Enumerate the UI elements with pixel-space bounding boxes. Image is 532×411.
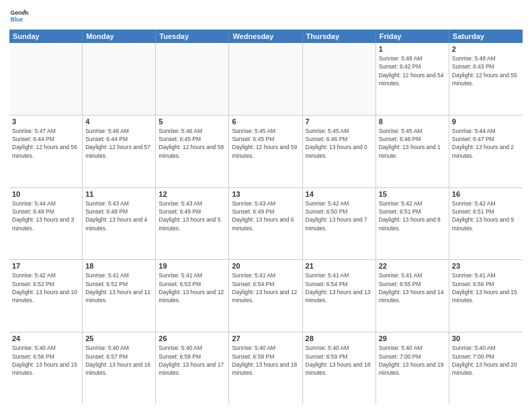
day-info: Sunrise: 5:40 AM Sunset: 6:59 PM Dayligh… <box>306 344 373 377</box>
calendar-row-4: 17Sunrise: 5:42 AM Sunset: 6:52 PM Dayli… <box>9 260 523 332</box>
day-number: 16 <box>452 190 520 198</box>
day-info: Sunrise: 5:46 AM Sunset: 6:45 PM Dayligh… <box>159 127 226 160</box>
calendar-cell-1-3 <box>156 43 229 115</box>
day-number: 23 <box>452 262 520 270</box>
calendar-cell-4-2: 18Sunrise: 5:41 AM Sunset: 6:52 PM Dayli… <box>83 260 156 332</box>
day-info: Sunrise: 5:41 AM Sunset: 6:56 PM Dayligh… <box>452 271 520 304</box>
day-info: Sunrise: 5:43 AM Sunset: 6:49 PM Dayligh… <box>159 199 226 232</box>
svg-text:Blue: Blue <box>11 16 24 23</box>
calendar-cell-1-6: 1Sunrise: 5:48 AM Sunset: 6:42 PM Daylig… <box>376 43 449 115</box>
day-info: Sunrise: 5:40 AM Sunset: 7:00 PM Dayligh… <box>452 344 520 377</box>
day-info: Sunrise: 5:41 AM Sunset: 6:53 PM Dayligh… <box>159 271 226 304</box>
day-info: Sunrise: 5:40 AM Sunset: 7:00 PM Dayligh… <box>379 344 446 377</box>
day-number: 11 <box>85 190 152 198</box>
day-number: 18 <box>85 262 152 270</box>
day-info: Sunrise: 5:42 AM Sunset: 6:52 PM Dayligh… <box>12 271 79 304</box>
header-day-monday: Monday <box>83 30 156 43</box>
calendar-cell-4-1: 17Sunrise: 5:42 AM Sunset: 6:52 PM Dayli… <box>9 260 83 332</box>
day-number: 2 <box>452 45 520 53</box>
calendar-cell-2-4: 6Sunrise: 5:45 AM Sunset: 6:45 PM Daylig… <box>229 116 302 187</box>
calendar: SundayMondayTuesdayWednesdayThursdayFrid… <box>9 30 523 404</box>
calendar-cell-3-6: 15Sunrise: 5:42 AM Sunset: 6:51 PM Dayli… <box>376 188 449 260</box>
day-info: Sunrise: 5:42 AM Sunset: 6:50 PM Dayligh… <box>306 199 373 232</box>
day-number: 30 <box>452 334 520 342</box>
calendar-cell-4-4: 20Sunrise: 5:41 AM Sunset: 6:54 PM Dayli… <box>229 260 302 332</box>
calendar-cell-5-4: 27Sunrise: 5:40 AM Sunset: 6:58 PM Dayli… <box>229 332 302 404</box>
calendar-header: SundayMondayTuesdayWednesdayThursdayFrid… <box>9 30 523 43</box>
calendar-cell-5-3: 26Sunrise: 5:40 AM Sunset: 6:58 PM Dayli… <box>156 332 229 404</box>
day-info: Sunrise: 5:41 AM Sunset: 6:55 PM Dayligh… <box>379 271 446 304</box>
calendar-row-1: 1Sunrise: 5:48 AM Sunset: 6:42 PM Daylig… <box>9 43 523 116</box>
header-day-tuesday: Tuesday <box>156 30 229 43</box>
day-number: 3 <box>12 118 79 126</box>
calendar-cell-4-3: 19Sunrise: 5:41 AM Sunset: 6:53 PM Dayli… <box>156 260 229 332</box>
header-day-wednesday: Wednesday <box>229 30 302 43</box>
calendar-cell-4-7: 23Sunrise: 5:41 AM Sunset: 6:56 PM Dayli… <box>449 260 523 332</box>
calendar-cell-1-4 <box>229 43 302 115</box>
day-number: 28 <box>306 334 373 342</box>
header-day-sunday: Sunday <box>9 30 83 43</box>
header-day-saturday: Saturday <box>449 30 523 43</box>
calendar-cell-3-1: 10Sunrise: 5:44 AM Sunset: 6:48 PM Dayli… <box>9 188 83 260</box>
calendar-cell-2-7: 9Sunrise: 5:44 AM Sunset: 6:47 PM Daylig… <box>449 116 523 187</box>
page: General Blue SundayMondayTuesdayWednesda… <box>0 0 532 411</box>
day-info: Sunrise: 5:42 AM Sunset: 6:51 PM Dayligh… <box>379 199 446 232</box>
calendar-cell-5-2: 25Sunrise: 5:40 AM Sunset: 6:57 PM Dayli… <box>83 332 156 404</box>
day-info: Sunrise: 5:47 AM Sunset: 6:44 PM Dayligh… <box>12 127 79 160</box>
calendar-body: 1Sunrise: 5:48 AM Sunset: 6:42 PM Daylig… <box>9 43 523 404</box>
day-number: 17 <box>12 262 79 270</box>
day-number: 26 <box>159 334 226 342</box>
calendar-row-2: 3Sunrise: 5:47 AM Sunset: 6:44 PM Daylig… <box>9 116 523 188</box>
day-info: Sunrise: 5:43 AM Sunset: 6:48 PM Dayligh… <box>85 199 152 232</box>
calendar-cell-3-3: 12Sunrise: 5:43 AM Sunset: 6:49 PM Dayli… <box>156 188 229 260</box>
day-number: 24 <box>12 334 79 342</box>
logo: General Blue <box>9 7 28 26</box>
day-number: 27 <box>232 334 299 342</box>
day-number: 5 <box>159 118 226 126</box>
header-day-friday: Friday <box>376 30 449 43</box>
day-info: Sunrise: 5:44 AM Sunset: 6:48 PM Dayligh… <box>12 199 79 232</box>
calendar-cell-1-5 <box>303 43 376 115</box>
day-number: 4 <box>85 118 152 126</box>
calendar-cell-1-7: 2Sunrise: 5:48 AM Sunset: 6:43 PM Daylig… <box>449 43 523 115</box>
day-number: 7 <box>306 118 373 126</box>
day-info: Sunrise: 5:41 AM Sunset: 6:52 PM Dayligh… <box>85 271 152 304</box>
day-info: Sunrise: 5:40 AM Sunset: 6:57 PM Dayligh… <box>85 344 152 377</box>
day-number: 21 <box>306 262 373 270</box>
day-info: Sunrise: 5:45 AM Sunset: 6:46 PM Dayligh… <box>379 127 446 160</box>
day-number: 20 <box>232 262 299 270</box>
calendar-cell-2-6: 8Sunrise: 5:45 AM Sunset: 6:46 PM Daylig… <box>376 116 449 187</box>
calendar-cell-5-1: 24Sunrise: 5:40 AM Sunset: 6:56 PM Dayli… <box>9 332 83 404</box>
calendar-cell-5-6: 29Sunrise: 5:40 AM Sunset: 7:00 PM Dayli… <box>376 332 449 404</box>
day-info: Sunrise: 5:45 AM Sunset: 6:46 PM Dayligh… <box>306 127 373 160</box>
header-day-thursday: Thursday <box>303 30 376 43</box>
calendar-cell-3-4: 13Sunrise: 5:43 AM Sunset: 6:49 PM Dayli… <box>229 188 302 260</box>
day-number: 8 <box>379 118 446 126</box>
calendar-cell-3-2: 11Sunrise: 5:43 AM Sunset: 6:48 PM Dayli… <box>83 188 156 260</box>
calendar-cell-2-1: 3Sunrise: 5:47 AM Sunset: 6:44 PM Daylig… <box>9 116 83 187</box>
day-info: Sunrise: 5:43 AM Sunset: 6:49 PM Dayligh… <box>232 199 299 232</box>
calendar-cell-1-1 <box>9 43 83 115</box>
day-number: 9 <box>452 118 520 126</box>
day-info: Sunrise: 5:44 AM Sunset: 6:47 PM Dayligh… <box>452 127 520 160</box>
calendar-cell-3-7: 16Sunrise: 5:42 AM Sunset: 6:51 PM Dayli… <box>449 188 523 260</box>
day-number: 14 <box>306 190 373 198</box>
day-info: Sunrise: 5:41 AM Sunset: 6:54 PM Dayligh… <box>232 271 299 304</box>
calendar-cell-4-6: 22Sunrise: 5:41 AM Sunset: 6:55 PM Dayli… <box>376 260 449 332</box>
day-number: 15 <box>379 190 446 198</box>
calendar-cell-2-3: 5Sunrise: 5:46 AM Sunset: 6:45 PM Daylig… <box>156 116 229 187</box>
day-info: Sunrise: 5:42 AM Sunset: 6:51 PM Dayligh… <box>452 199 520 232</box>
day-number: 29 <box>379 334 446 342</box>
day-number: 25 <box>85 334 152 342</box>
calendar-cell-2-5: 7Sunrise: 5:45 AM Sunset: 6:46 PM Daylig… <box>303 116 376 187</box>
calendar-cell-3-5: 14Sunrise: 5:42 AM Sunset: 6:50 PM Dayli… <box>303 188 376 260</box>
day-number: 19 <box>159 262 226 270</box>
calendar-cell-4-5: 21Sunrise: 5:41 AM Sunset: 6:54 PM Dayli… <box>303 260 376 332</box>
day-info: Sunrise: 5:41 AM Sunset: 6:54 PM Dayligh… <box>306 271 373 304</box>
day-info: Sunrise: 5:48 AM Sunset: 6:42 PM Dayligh… <box>379 54 446 87</box>
calendar-row-3: 10Sunrise: 5:44 AM Sunset: 6:48 PM Dayli… <box>9 188 523 261</box>
calendar-cell-1-2 <box>83 43 156 115</box>
day-info: Sunrise: 5:40 AM Sunset: 6:56 PM Dayligh… <box>12 344 79 377</box>
day-number: 6 <box>232 118 299 126</box>
day-number: 22 <box>379 262 446 270</box>
